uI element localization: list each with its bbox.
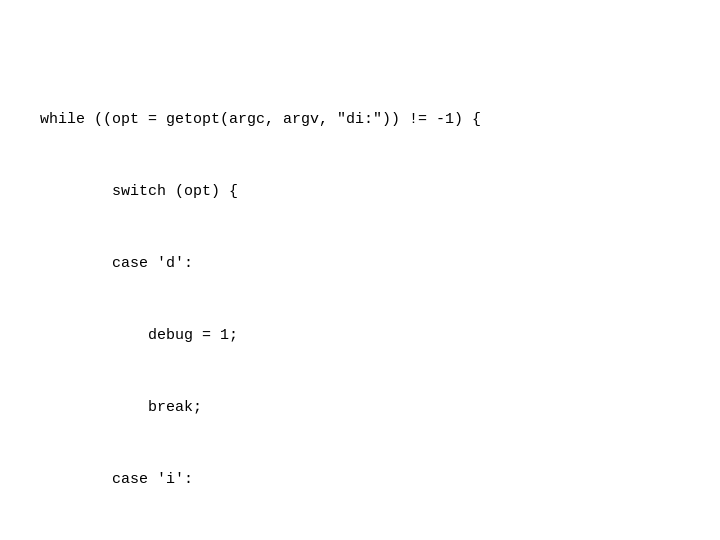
code-line-3: case 'd': — [40, 252, 481, 276]
code-block: while ((opt = getopt(argc, argv, "di:"))… — [0, 0, 521, 540]
code-line-5: break; — [40, 396, 481, 420]
code-line-6: case 'i': — [40, 468, 481, 492]
code-line-2: switch (opt) { — [40, 180, 481, 204]
code-line-4: debug = 1; — [40, 324, 481, 348]
code-line-1: while ((opt = getopt(argc, argv, "di:"))… — [40, 108, 481, 132]
